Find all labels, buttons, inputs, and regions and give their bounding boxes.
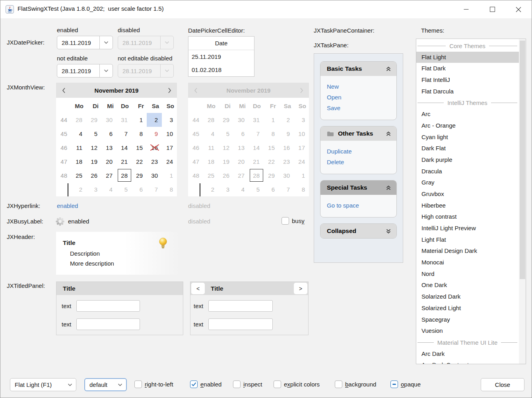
theme-item-solarized-dark[interactable]: Solarized Dark bbox=[416, 291, 519, 303]
task-link-go-to-space[interactable]: Go to space bbox=[327, 200, 390, 211]
day-cell[interactable]: 3 bbox=[218, 182, 233, 196]
theme-item-one-dark[interactable]: One Dark bbox=[416, 280, 519, 291]
text-field[interactable] bbox=[208, 300, 273, 312]
day-cell[interactable]: 30 bbox=[233, 113, 249, 127]
hyperlink-enabled[interactable]: enabled bbox=[57, 202, 78, 209]
theme-item-flat-light[interactable]: Flat Light bbox=[416, 52, 519, 63]
theme-item-arc-dark[interactable]: Arc Dark bbox=[416, 348, 519, 360]
chevron-down-icon[interactable] bbox=[99, 64, 113, 77]
day-cell[interactable]: 6 bbox=[233, 127, 249, 141]
theme-item-material-design-dark[interactable]: Material Design Dark bbox=[416, 245, 519, 257]
checkbox-box[interactable] bbox=[274, 381, 281, 388]
task-link-delete[interactable]: Delete bbox=[327, 157, 390, 167]
day-cell[interactable]: 28 bbox=[116, 169, 132, 182]
theme-item-gray[interactable]: Gray bbox=[416, 177, 519, 188]
day-cell[interactable]: 6 bbox=[264, 182, 279, 196]
day-cell[interactable]: 4 bbox=[233, 182, 249, 196]
variant-combobox[interactable]: default bbox=[84, 378, 127, 391]
prev-button[interactable]: < bbox=[191, 283, 205, 294]
datepicker-field[interactable]: 28.11.2019 bbox=[57, 64, 113, 78]
task-link-new[interactable]: New bbox=[327, 81, 390, 92]
day-cell[interactable]: 1 bbox=[264, 113, 279, 127]
checkbox-opaque[interactable]: opaque bbox=[390, 381, 421, 388]
day-cell[interactable]: 21 bbox=[249, 155, 264, 169]
taskpane-header[interactable]: Other Tasks bbox=[320, 126, 396, 141]
day-cell[interactable]: 19 bbox=[218, 155, 233, 169]
theme-item-intellij-light-preview[interactable]: IntelliJ Light Preview bbox=[416, 223, 519, 234]
day-cell[interactable]: 2 bbox=[71, 182, 86, 196]
text-field[interactable] bbox=[76, 300, 140, 312]
day-cell[interactable]: 5 bbox=[116, 182, 132, 196]
checkbox-explicit-colors[interactable]: explicit colors bbox=[274, 381, 320, 388]
day-cell[interactable]: 27 bbox=[233, 169, 249, 182]
prev-month-button[interactable] bbox=[56, 87, 71, 93]
theme-item-light-flat[interactable]: Light Flat bbox=[416, 234, 519, 246]
day-cell[interactable]: 24 bbox=[294, 155, 309, 169]
day-cell[interactable]: 5 bbox=[249, 182, 264, 196]
theme-item-flat-dark[interactable]: Flat Dark bbox=[416, 63, 519, 74]
day-cell[interactable]: 31 bbox=[249, 113, 264, 127]
chevron-down-icon[interactable] bbox=[160, 64, 173, 77]
day-cell[interactable]: 20 bbox=[233, 155, 249, 169]
day-cell[interactable]: 9 bbox=[279, 127, 294, 141]
day-cell[interactable]: 6 bbox=[101, 127, 116, 141]
day-cell[interactable]: 27 bbox=[101, 169, 116, 182]
chevron-down-icon[interactable] bbox=[99, 36, 113, 49]
day-cell[interactable]: 1 bbox=[294, 169, 309, 182]
day-cell[interactable]: 11 bbox=[203, 141, 218, 155]
taskpane-header[interactable]: Collapsed bbox=[320, 224, 396, 238]
day-cell[interactable]: 10 bbox=[294, 127, 309, 141]
day-cell[interactable]: 29 bbox=[264, 169, 279, 182]
window-titlebar[interactable]: FlatSwingXTest (Java 1.8.0_202; user sca… bbox=[0, 0, 532, 18]
theme-item-arc-orange[interactable]: Arc - Orange bbox=[416, 120, 519, 132]
text-field[interactable] bbox=[76, 318, 140, 330]
day-cell[interactable]: 10 bbox=[162, 127, 177, 141]
theme-item-hiberbee[interactable]: Hiberbee bbox=[416, 200, 519, 212]
day-cell[interactable]: 30 bbox=[279, 169, 294, 182]
checkbox-box[interactable] bbox=[282, 217, 289, 225]
theme-item-dracula[interactable]: Dracula bbox=[416, 166, 519, 177]
close-window-button[interactable] bbox=[505, 0, 532, 18]
theme-item-high-contrast[interactable]: High contrast bbox=[416, 211, 519, 223]
theme-combobox[interactable]: Flat Light (F1) bbox=[10, 378, 76, 391]
minimize-button[interactable] bbox=[453, 0, 479, 18]
taskpane-header[interactable]: Basic Tasks bbox=[320, 62, 396, 76]
day-cell[interactable]: 4 bbox=[71, 127, 86, 141]
datepicker-field[interactable]: 28.11.2019 bbox=[57, 36, 113, 49]
date-table[interactable]: Date 25.11.201901.02.2018 bbox=[188, 36, 254, 77]
theme-item-arc[interactable]: Arc bbox=[416, 109, 519, 120]
day-cell[interactable]: 8 bbox=[132, 127, 147, 141]
day-cell[interactable]: 6 bbox=[132, 182, 147, 196]
theme-item-flat-intellij[interactable]: Flat IntelliJ bbox=[416, 74, 519, 86]
day-cell[interactable]: 4 bbox=[101, 182, 116, 196]
taskpane-header[interactable]: Special Tasks bbox=[320, 181, 396, 195]
day-cell[interactable]: 21 bbox=[116, 155, 132, 169]
day-cell[interactable]: 15 bbox=[132, 141, 147, 155]
day-cell[interactable]: 7 bbox=[147, 182, 162, 196]
collapse-icon[interactable] bbox=[386, 66, 391, 72]
checkbox-busy[interactable]: busy bbox=[282, 217, 305, 225]
day-cell[interactable]: 18 bbox=[203, 155, 218, 169]
day-cell[interactable]: 22 bbox=[132, 155, 147, 169]
task-link-save[interactable]: Save bbox=[327, 103, 390, 113]
checkbox-box[interactable] bbox=[190, 381, 198, 388]
day-cell[interactable]: 9 bbox=[147, 127, 162, 141]
checkbox-inspect[interactable]: inspect bbox=[233, 381, 262, 388]
datepicker-field[interactable]: 28.11.2019 bbox=[118, 64, 174, 78]
day-cell[interactable]: 25 bbox=[203, 169, 218, 182]
date-table-row[interactable]: 25.11.2019 bbox=[188, 50, 254, 63]
day-cell[interactable]: 2 bbox=[203, 182, 218, 196]
day-cell[interactable]: 5 bbox=[218, 127, 233, 141]
theme-item-solarized-light[interactable]: Solarized Light bbox=[416, 303, 519, 314]
day-cell[interactable]: 28 bbox=[203, 113, 218, 127]
day-cell[interactable]: 3 bbox=[86, 182, 101, 196]
day-cell[interactable]: 17 bbox=[294, 141, 309, 155]
day-cell[interactable]: 2 bbox=[147, 113, 162, 127]
day-cell[interactable]: 25 bbox=[71, 169, 86, 182]
day-cell[interactable]: 7 bbox=[116, 127, 132, 141]
date-table-row[interactable]: 01.02.2018 bbox=[188, 63, 254, 76]
day-cell[interactable]: 28 bbox=[249, 169, 264, 182]
themes-list[interactable]: Core ThemesFlat LightFlat DarkFlat Intel… bbox=[416, 39, 526, 364]
checkbox-box[interactable] bbox=[390, 381, 398, 388]
theme-item-nord[interactable]: Nord bbox=[416, 268, 519, 280]
